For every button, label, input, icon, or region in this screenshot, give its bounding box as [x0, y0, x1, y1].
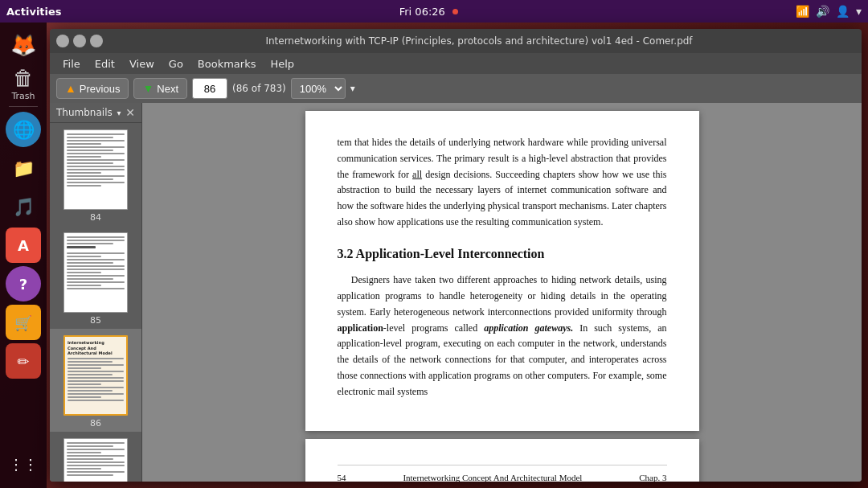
pdf-footer: 54 Internetworking Concept And Architect…	[338, 465, 667, 482]
menu-edit[interactable]: Edit	[88, 56, 121, 72]
dock-icon-help[interactable]: ?	[6, 266, 41, 301]
dock-icon-files[interactable]: 📁	[6, 150, 41, 186]
window-maximize-button[interactable]	[73, 35, 86, 47]
trash-icon: 🗑	[13, 66, 34, 90]
content-area: Thumbnails ▾ ✕	[50, 103, 862, 482]
window-title: Internetworking with TCP-IP (Principles,…	[103, 35, 855, 47]
desktop: 🦊 🗑 Trash 🌐 📁 🎵 A ? 🛒 ✏ ⋮⋮ Internetworki…	[0, 23, 868, 488]
section-heading-3-2: 3.2 Application-Level Interconnection	[338, 244, 667, 265]
thumbnails-close-button[interactable]: ✕	[125, 106, 135, 119]
menu-bookmarks[interactable]: Bookmarks	[191, 56, 263, 72]
prev-arrow-icon: ▲	[65, 82, 76, 95]
dock-icon-firefox[interactable]: 🦊	[6, 27, 41, 63]
bold-application: application	[338, 322, 383, 334]
pdf-content[interactable]: tem that hides the details of underlying…	[142, 103, 862, 482]
dock-grid-button[interactable]: ⋮⋮	[6, 446, 41, 482]
dock-icon-amazon[interactable]: 🛒	[6, 305, 41, 340]
toolbar: ▲ Previous ▼ Next (86 of 783) 100% 50% 7…	[50, 74, 862, 103]
menu-view[interactable]: View	[123, 56, 161, 72]
dock-icon-trash[interactable]: 🗑 Trash	[6, 66, 41, 101]
thumb-page-84	[63, 129, 128, 210]
thumb-page-87	[63, 438, 128, 482]
window-controls	[56, 35, 103, 47]
next-arrow-icon: ▼	[142, 82, 154, 95]
user-icon: 👤	[836, 5, 850, 18]
pdf-page-bottom: 54 Internetworking Concept And Architect…	[305, 439, 699, 482]
italic-application-gateways: application gateways.	[484, 322, 573, 334]
zoom-dropdown-icon: ▾	[350, 83, 355, 94]
thumbnails-dropdown-icon[interactable]: ▾	[117, 109, 121, 117]
pdf-page-top: tem that hides the details of underlying…	[305, 111, 699, 431]
thumb-page-85	[63, 232, 128, 313]
trash-label: Trash	[11, 91, 35, 101]
menu-bar: File Edit View Go Bookmarks Help	[50, 53, 862, 74]
prev-button[interactable]: ▲ Previous	[56, 78, 129, 99]
thumb-label-84: 84	[90, 212, 101, 223]
dock-icon-appstore[interactable]: A	[6, 228, 41, 263]
dock-separator	[9, 106, 38, 107]
thumbnail-85[interactable]: 85	[50, 226, 141, 329]
topbar-right: 📶 🔊 👤 ▾	[796, 5, 862, 18]
footer-chap: Chap. 3	[639, 470, 666, 482]
thumbnails-panel: Thumbnails ▾ ✕	[50, 103, 142, 482]
menu-file[interactable]: File	[56, 56, 87, 72]
thumbnails-header: Thumbnails ▾ ✕	[50, 103, 141, 123]
thumb-label-86: 86	[90, 418, 101, 429]
thumbnail-84[interactable]: 84	[50, 123, 141, 226]
prev-label: Previous	[80, 83, 121, 95]
thumbnail-87[interactable]: 87	[50, 432, 141, 482]
dock-icon-music[interactable]: 🎵	[6, 189, 41, 224]
wifi-icon: 📶	[796, 5, 809, 18]
menu-go[interactable]: Go	[162, 56, 190, 72]
next-label: Next	[157, 83, 178, 95]
page-info: (86 of 783)	[232, 83, 286, 94]
thumbnails-label: Thumbnails	[56, 107, 113, 118]
page-top-para2: Designers have taken two different appro…	[338, 273, 667, 400]
zoom-select[interactable]: 100% 50% 75% 125% 150% 200%	[291, 78, 346, 99]
page-top-para1: tem that hides the details of underlying…	[338, 135, 667, 231]
thumbnail-86[interactable]: Internetworking Concept And Architectura…	[50, 329, 141, 432]
window-minimize-button[interactable]	[56, 35, 69, 47]
thumb-label-85: 85	[90, 315, 101, 326]
clock: Fri 06:26	[399, 6, 445, 18]
topbar-left: Activities	[6, 6, 62, 18]
page-number-input[interactable]	[192, 78, 227, 99]
next-button[interactable]: ▼ Next	[133, 78, 187, 99]
window-titlebar: Internetworking with TCP-IP (Principles,…	[50, 29, 862, 53]
dock: 🦊 🗑 Trash 🌐 📁 🎵 A ? 🛒 ✏ ⋮⋮	[0, 23, 47, 488]
topbar: Activities Fri 06:26 📶 🔊 👤 ▾	[0, 0, 868, 23]
notification-dot	[452, 9, 458, 14]
topbar-center: Fri 06:26	[399, 6, 458, 18]
menu-help[interactable]: Help	[264, 56, 301, 72]
chevron-down-icon: ▾	[856, 5, 862, 18]
dock-icon-network[interactable]: 🌐	[6, 112, 41, 147]
underline-all-1: all	[412, 169, 422, 180]
footer-title: Internetworking Concept And Architectura…	[346, 470, 640, 482]
thumb-page-86: Internetworking Concept And Architectura…	[63, 335, 128, 416]
activities-button[interactable]: Activities	[6, 6, 62, 18]
window-close-button[interactable]	[90, 35, 103, 47]
pdf-window: Internetworking with TCP-IP (Principles,…	[50, 29, 862, 482]
volume-icon: 🔊	[816, 5, 829, 18]
footer-page-num: 54	[338, 470, 346, 482]
dock-icon-sketch[interactable]: ✏	[6, 343, 41, 379]
